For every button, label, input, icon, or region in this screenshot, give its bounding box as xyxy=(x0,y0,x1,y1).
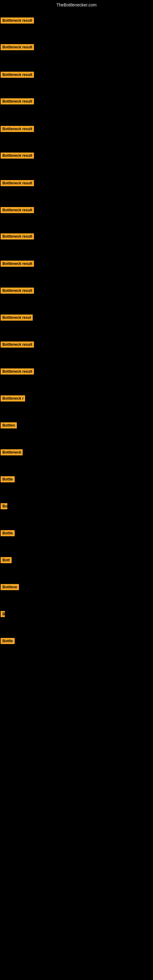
bottleneck-result-badge[interactable]: Bottleneck result xyxy=(1,44,34,50)
bottleneck-result-badge[interactable]: Bottleneck result xyxy=(1,98,34,105)
bottleneck-result-badge[interactable]: Bottleneck xyxy=(1,449,22,455)
bottleneck-result-badge[interactable]: Bo xyxy=(1,503,7,509)
bottleneck-result-badge[interactable]: Bottle xyxy=(1,638,15,644)
bottleneck-result-badge[interactable]: Bottleneck result xyxy=(1,153,34,159)
bottleneck-result-badge[interactable]: Bottleneck result xyxy=(1,233,34,240)
bottleneck-result-badge[interactable]: Bottleneck result xyxy=(1,261,34,267)
bottleneck-result-badge[interactable]: Bottle xyxy=(1,530,15,536)
bottleneck-result-badge[interactable]: Bottlen xyxy=(1,422,17,428)
bottleneck-result-badge[interactable]: Bottleneck result xyxy=(1,126,34,132)
bottleneck-result-badge[interactable]: Bottleneck result xyxy=(1,207,34,213)
bottleneck-result-badge[interactable]: Bottleneck result xyxy=(1,368,34,375)
bottleneck-result-badge[interactable]: Bottleneck result xyxy=(1,342,34,348)
bottleneck-result-badge[interactable]: Bottleneck result xyxy=(1,288,34,294)
bottleneck-result-badge[interactable]: Bottleneck result xyxy=(1,180,34,186)
bottleneck-result-badge[interactable]: Bottle xyxy=(1,476,15,482)
bottleneck-result-badge[interactable]: Bottleneck result xyxy=(1,72,34,78)
bottleneck-result-badge[interactable]: B xyxy=(1,611,5,617)
bottleneck-result-badge[interactable]: Bottleneck r xyxy=(1,395,25,401)
bottleneck-result-badge[interactable]: Bottlene xyxy=(1,584,19,590)
site-title: TheBottlenecker.com xyxy=(0,2,153,7)
bottleneck-result-badge[interactable]: Bottleneck result xyxy=(1,18,34,24)
bottleneck-result-badge[interactable]: Bottleneck resul xyxy=(1,315,33,321)
bottleneck-result-badge[interactable]: Bott xyxy=(1,557,12,563)
